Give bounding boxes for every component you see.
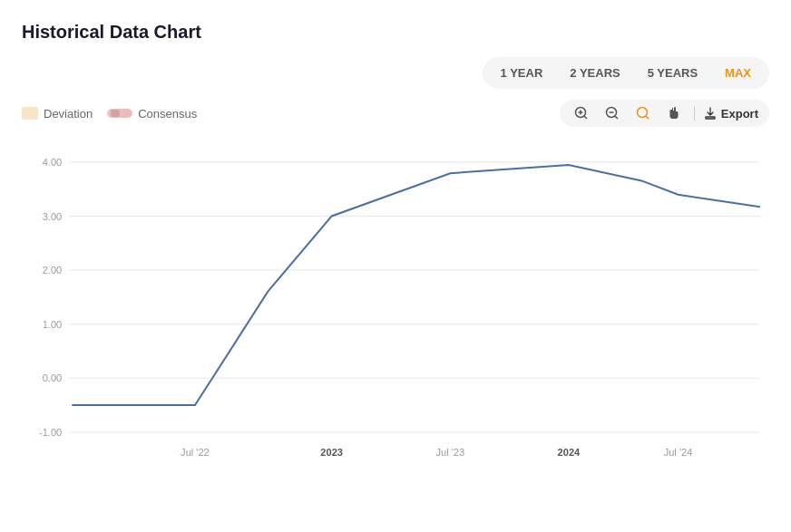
btn-2years[interactable]: 2 YEARS <box>557 61 632 85</box>
consensus-label: Consensus <box>138 107 197 121</box>
svg-line-6 <box>615 116 618 119</box>
chart-svg: 4.00 3.00 2.00 1.00 0.00 -1.00 Jul '22 2… <box>22 134 769 469</box>
btn-5years[interactable]: 5 YEARS <box>635 61 710 85</box>
pan-button[interactable] <box>663 104 685 122</box>
deviation-label: Deviation <box>44 107 93 121</box>
toolbar-divider <box>694 106 695 121</box>
zoom-out-button[interactable] <box>601 104 623 122</box>
legend: Deviation Consensus <box>22 107 197 121</box>
x-label-jul23: Jul '23 <box>435 446 464 457</box>
pan-icon <box>667 106 681 121</box>
y-label-000: 0.00 <box>43 372 63 383</box>
svg-line-3 <box>584 116 587 119</box>
export-label: Export <box>721 107 758 121</box>
legend-toolbar-row: Deviation Consensus <box>22 100 769 127</box>
export-icon <box>704 107 717 120</box>
x-label-jul22: Jul '22 <box>181 446 210 457</box>
btn-1year[interactable]: 1 YEAR <box>488 61 556 85</box>
page-title: Historical Data Chart <box>22 22 769 43</box>
search-icon <box>636 106 650 121</box>
zoom-out-icon <box>605 106 620 121</box>
consensus-color-swatch <box>107 109 132 118</box>
svg-point-7 <box>637 108 647 118</box>
svg-line-8 <box>646 116 649 119</box>
x-label-jul24: Jul '24 <box>664 446 693 457</box>
controls-row: 1 YEAR 2 YEARS 5 YEARS MAX <box>22 57 769 89</box>
chart-area: 4.00 3.00 2.00 1.00 0.00 -1.00 Jul '22 2… <box>22 134 769 469</box>
x-label-2023: 2023 <box>320 446 343 457</box>
y-label-neg100: -1.00 <box>39 427 62 438</box>
deviation-color-swatch <box>22 107 38 120</box>
btn-max[interactable]: MAX <box>712 61 764 85</box>
time-buttons: 1 YEAR 2 YEARS 5 YEARS MAX <box>483 57 769 89</box>
legend-consensus: Consensus <box>107 107 197 121</box>
zoom-in-button[interactable] <box>571 104 592 122</box>
legend-deviation: Deviation <box>22 107 93 121</box>
zoom-in-icon <box>574 106 589 121</box>
main-chart-line <box>72 165 760 405</box>
export-button[interactable]: Export <box>704 107 758 121</box>
x-label-2024: 2024 <box>558 446 581 457</box>
y-label-200: 2.00 <box>43 265 63 276</box>
y-label-100: 1.00 <box>43 319 63 330</box>
y-label-300: 3.00 <box>43 210 63 221</box>
search-zoom-button[interactable] <box>632 104 654 122</box>
y-label-400: 4.00 <box>43 157 63 168</box>
chart-toolbar: Export <box>560 100 769 127</box>
